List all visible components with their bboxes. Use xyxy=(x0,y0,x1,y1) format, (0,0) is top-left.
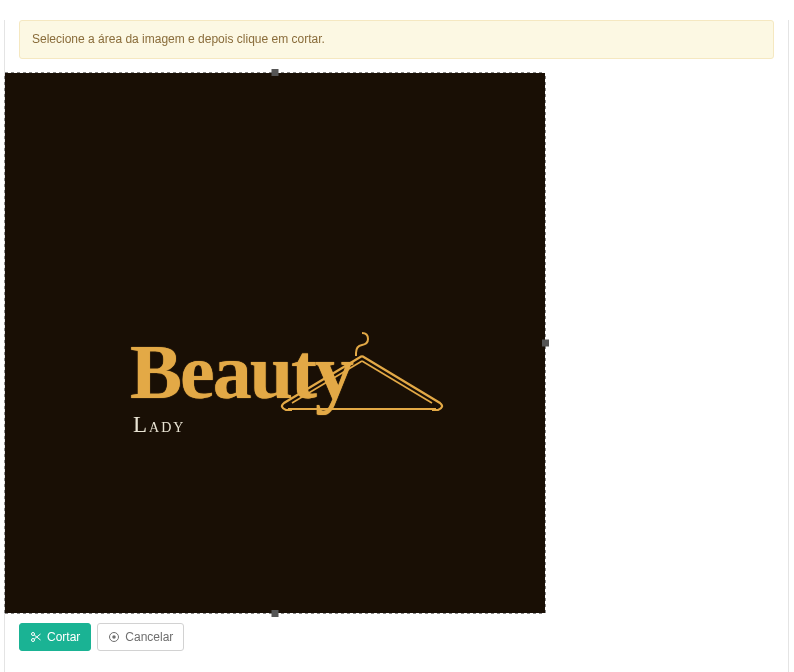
scissors-icon xyxy=(30,631,42,643)
hanger-icon xyxy=(277,329,447,417)
instruction-alert: Selecione a área da imagem e depois cliq… xyxy=(19,20,774,59)
resize-handle-right[interactable] xyxy=(542,339,549,346)
cancel-circle-icon xyxy=(108,631,120,643)
svg-line-4 xyxy=(34,634,40,639)
svg-line-3 xyxy=(34,635,40,640)
svg-point-2 xyxy=(32,638,35,641)
action-bar: Cortar Cancelar xyxy=(5,623,788,651)
cancel-button[interactable]: Cancelar xyxy=(97,623,184,651)
crop-image-area[interactable]: Beauty Lady xyxy=(5,73,545,613)
resize-handle-bottom[interactable] xyxy=(272,610,279,617)
logo-graphic: Beauty Lady xyxy=(130,333,352,438)
svg-point-1 xyxy=(32,632,35,635)
svg-point-6 xyxy=(113,635,117,639)
crop-wrapper: Beauty Lady xyxy=(5,73,545,613)
crop-card: Selecione a área da imagem e depois cliq… xyxy=(4,20,789,672)
cancel-button-label: Cancelar xyxy=(125,630,173,644)
resize-handle-top[interactable] xyxy=(272,69,279,76)
crop-button-label: Cortar xyxy=(47,630,80,644)
crop-button[interactable]: Cortar xyxy=(19,623,91,651)
instruction-text: Selecione a área da imagem e depois cliq… xyxy=(32,32,325,46)
